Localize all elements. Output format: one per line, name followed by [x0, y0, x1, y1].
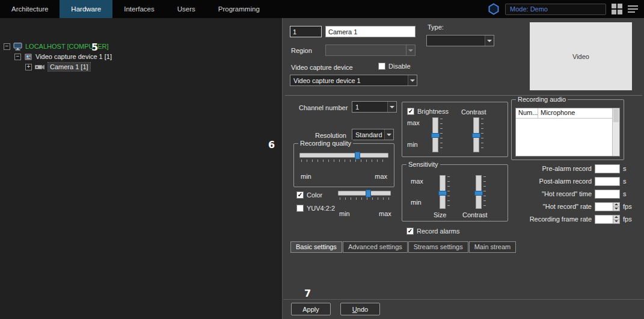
yuv-checkbox-row[interactable]: YUV4:2:2 — [296, 205, 335, 212]
brightness-label: Brightness — [417, 108, 449, 115]
mode-indicator[interactable]: Mode: Demo — [505, 4, 606, 15]
tree-item-camera[interactable]: Camera 1 [1] — [25, 62, 90, 72]
yuv-label: YUV4:2:2 — [307, 205, 335, 212]
channel-number-dropdown[interactable]: 1 — [352, 101, 397, 113]
scrollbar[interactable] — [612, 108, 619, 156]
record-settings-fields: Pre-alarm record s Post-alarm record s "… — [465, 164, 637, 227]
color-label: Color — [307, 191, 322, 199]
resolution-dropdown[interactable]: Standard — [352, 129, 394, 140]
basic-settings-tab-page: Channel number 1 Resolution Standard Rec… — [285, 95, 642, 253]
hot-record-time-input[interactable] — [595, 190, 620, 199]
record-alarms-checkbox-row[interactable]: Record alarms — [406, 228, 460, 235]
chevron-down-icon — [387, 102, 396, 112]
min-label: min — [301, 173, 311, 180]
tab-main-stream[interactable]: Main stream — [469, 241, 517, 253]
camera-settings-panel: Region Video capture device Disable Vide… — [283, 18, 644, 319]
tree-item-label: Video capture device 1 [1] — [35, 53, 112, 60]
tab-programming[interactable]: Programming — [207, 0, 271, 18]
unit-label: s — [623, 178, 637, 185]
brightness-contrast-group: Brightness Contrast max min — [402, 102, 508, 157]
color-checkbox[interactable] — [296, 191, 304, 199]
tree-item-label: Camera 1 [1] — [48, 63, 90, 71]
pre-alarm-record-input[interactable] — [595, 164, 620, 173]
tab-users[interactable]: Users — [166, 0, 207, 18]
apply-button[interactable]: Apply — [291, 303, 331, 315]
tab-hardware[interactable]: Hardware — [60, 0, 112, 18]
slider-thumb[interactable] — [355, 152, 360, 160]
spinner-buttons[interactable] — [613, 215, 619, 223]
recording-audio-group: Recording audio Num... Microphone — [511, 99, 624, 160]
hamburger-menu-icon[interactable] — [628, 5, 638, 13]
undo-button[interactable]: Undo — [340, 303, 380, 315]
slider-thumb[interactable] — [438, 191, 447, 196]
region-dropdown-value — [326, 45, 406, 55]
slider-thumb[interactable] — [472, 133, 480, 138]
app-logo-icon — [488, 3, 500, 15]
unit-label: s — [623, 190, 637, 197]
undo-button-label: Undo — [352, 306, 368, 313]
tab-advanced-settings[interactable]: Advanced settings — [343, 241, 408, 253]
tab-interfaces[interactable]: Interfaces — [112, 0, 166, 18]
type-dropdown[interactable] — [426, 35, 494, 46]
max-label: max — [411, 178, 423, 185]
recording-quality-title: Recording quality — [298, 140, 353, 147]
slider-thumb[interactable] — [366, 190, 371, 197]
expand-icon[interactable] — [25, 64, 32, 70]
max-label: max — [407, 119, 420, 126]
tab-architecture[interactable]: Architecture — [0, 0, 60, 18]
color-checkbox-row[interactable]: Color — [296, 191, 322, 199]
chevron-down-icon — [408, 75, 417, 85]
record-alarms-checkbox[interactable] — [406, 228, 414, 235]
app-window: Architecture Hardware Interfaces Users P… — [0, 0, 644, 319]
object-id-field[interactable] — [290, 26, 322, 37]
record-alarms-label: Record alarms — [417, 228, 460, 235]
max-label: max — [379, 210, 391, 217]
pre-alarm-record-row: Pre-alarm record s — [465, 164, 637, 173]
tree-item-video-capture-device[interactable]: Video capture device 1 [1] — [14, 52, 112, 61]
recording-audio-table[interactable]: Num... Microphone — [515, 108, 620, 156]
object-tree-panel: LOCALHOST [COMPUTER] Video capture devic… — [0, 18, 283, 319]
spinner-buttons[interactable] — [613, 203, 619, 211]
contrast-slider[interactable] — [470, 117, 484, 152]
recording-audio-title: Recording audio — [516, 96, 568, 103]
disable-label: Disable — [388, 63, 411, 70]
chevron-down-icon — [406, 45, 415, 55]
tab-basic-settings[interactable]: Basic settings — [290, 241, 342, 253]
disable-checkbox[interactable] — [378, 63, 385, 70]
post-alarm-record-input[interactable] — [595, 177, 620, 186]
video-capture-device-dropdown[interactable]: Video capture device 1 — [290, 75, 417, 86]
disable-checkbox-row[interactable]: Disable — [378, 63, 411, 70]
size-label: Size — [434, 211, 446, 218]
brightness-checkbox-row[interactable]: Brightness — [407, 108, 449, 115]
recording-frame-rate-label: Recording frame rate — [530, 215, 592, 223]
size-sensitivity-slider[interactable] — [436, 175, 450, 209]
recording-quality-slider[interactable] — [299, 152, 388, 163]
slider-thumb[interactable] — [431, 133, 440, 138]
hot-record-rate-row: "Hot record" rate fps — [465, 202, 637, 211]
brightness-checkbox[interactable] — [407, 108, 414, 115]
min-label: min — [407, 141, 418, 148]
chevron-down-icon — [485, 36, 494, 46]
top-menu-bar: Architecture Hardware Interfaces Users P… — [0, 0, 644, 18]
video-preview-label: Video — [572, 53, 589, 60]
annotation-step-5: 5 — [91, 42, 98, 53]
region-dropdown[interactable] — [325, 45, 416, 56]
region-label: Region — [291, 47, 312, 54]
collapse-icon[interactable] — [4, 43, 10, 50]
object-name-field[interactable] — [325, 26, 416, 37]
tab-streams-settings[interactable]: Streams settings — [408, 241, 468, 253]
audio-col-number[interactable]: Num... — [516, 108, 538, 118]
collapse-icon[interactable] — [14, 54, 21, 60]
brightness-slider[interactable] — [429, 117, 443, 152]
audio-col-microphone[interactable]: Microphone — [538, 108, 619, 118]
yuv-checkbox[interactable] — [296, 205, 304, 212]
sensitivity-title: Sensitivity — [406, 161, 440, 168]
color-slider[interactable] — [338, 190, 391, 200]
unit-label: s — [623, 165, 637, 172]
annotation-step-7: 7 — [304, 288, 311, 299]
min-label: min — [339, 210, 350, 217]
annotation-step-6: 6 — [268, 139, 275, 150]
device-dropdown-value: Video capture device 1 — [290, 75, 408, 85]
chevron-down-icon — [384, 129, 393, 140]
layout-grid-icon[interactable] — [612, 4, 622, 14]
